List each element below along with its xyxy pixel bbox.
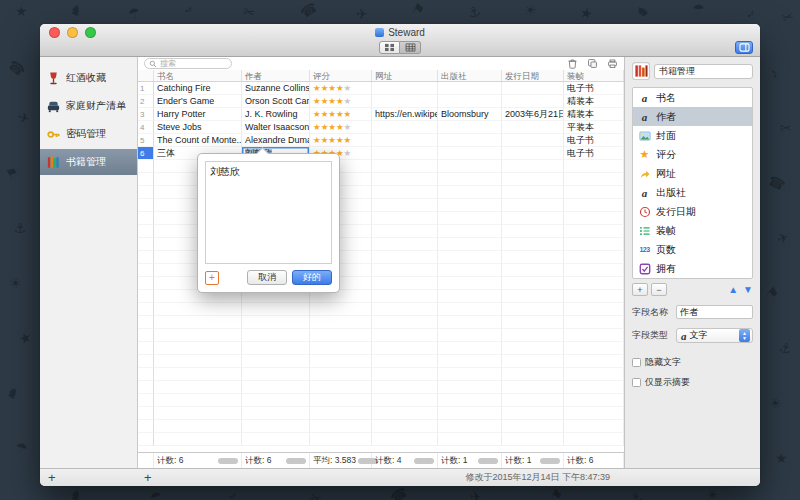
row-number[interactable]: 3 bbox=[138, 108, 154, 121]
field-item[interactable]: a书名 bbox=[633, 88, 752, 107]
collection-name-input[interactable]: 书籍管理 bbox=[654, 64, 753, 79]
cell-publisher[interactable] bbox=[438, 82, 502, 95]
zoom-button[interactable] bbox=[85, 27, 96, 38]
field-item[interactable]: 123页数 bbox=[633, 240, 752, 259]
move-field-up-button[interactable]: ▲ bbox=[728, 284, 738, 296]
column-header[interactable]: 发行日期 bbox=[502, 70, 564, 81]
column-summary[interactable]: 计数: 1 bbox=[438, 453, 502, 468]
cell-edit-textarea[interactable]: 刘慈欣 bbox=[205, 161, 332, 264]
column-summary[interactable]: 平均: 3.583 bbox=[310, 453, 372, 468]
cell-rating[interactable]: ★★★★★ bbox=[310, 82, 372, 95]
cell-author[interactable]: Alexandre Dumas, Au... bbox=[242, 134, 310, 147]
print-button[interactable] bbox=[607, 58, 618, 69]
table-view-button[interactable] bbox=[400, 41, 421, 54]
column-header[interactable]: 书名 bbox=[154, 70, 242, 81]
sidebar-item-sofa[interactable]: 家庭财产清单 bbox=[40, 93, 137, 119]
edit-fields-button[interactable] bbox=[735, 41, 753, 54]
field-name-input[interactable]: 作者 bbox=[676, 305, 753, 319]
cell-rating[interactable]: ★★★★★ bbox=[310, 134, 372, 147]
cell-publisher[interactable]: Bloomsbury bbox=[438, 108, 502, 121]
field-item[interactable]: a作者 bbox=[633, 107, 752, 126]
field-item[interactable]: ★评分 bbox=[633, 145, 752, 164]
column-summary[interactable]: 计数: 6 bbox=[564, 453, 624, 468]
row-number[interactable]: 2 bbox=[138, 95, 154, 108]
column-header[interactable]: 评分 bbox=[310, 70, 372, 81]
remove-field-button[interactable]: − bbox=[651, 283, 667, 296]
cell-title[interactable]: Catching Fire bbox=[154, 82, 242, 95]
row-number[interactable]: 6 bbox=[138, 147, 154, 160]
cell-title[interactable]: Ender's Game bbox=[154, 95, 242, 108]
row-number[interactable]: 5 bbox=[138, 134, 154, 147]
cell-binding[interactable]: 电子书 bbox=[564, 147, 624, 160]
column-header[interactable]: 出版社 bbox=[438, 70, 502, 81]
summary-scroller[interactable] bbox=[540, 458, 560, 464]
column-header[interactable]: 作者 bbox=[242, 70, 310, 81]
cell-rating[interactable]: ★★★★★ bbox=[310, 121, 372, 134]
cell-url[interactable] bbox=[372, 82, 438, 95]
gallery-view-button[interactable] bbox=[379, 41, 400, 54]
field-item[interactable]: 网址 bbox=[633, 164, 752, 183]
summary-only-checkbox[interactable] bbox=[632, 378, 641, 387]
add-record-button[interactable]: + bbox=[144, 469, 152, 486]
cell-url[interactable] bbox=[372, 147, 438, 160]
field-item[interactable]: 封面 bbox=[633, 126, 752, 145]
cell-title[interactable]: Harry Potter bbox=[154, 108, 242, 121]
hide-text-checkbox[interactable] bbox=[632, 358, 641, 367]
sidebar-item-wine-glass[interactable]: 红酒收藏 bbox=[40, 65, 137, 91]
cell-title[interactable]: The Count of Monte... bbox=[154, 134, 242, 147]
search-field[interactable]: 搜索 bbox=[144, 58, 232, 69]
ok-button[interactable]: 好的 bbox=[292, 270, 332, 285]
field-type-select[interactable]: a 文字 ▲▼ bbox=[676, 328, 753, 343]
add-collection-button[interactable]: + bbox=[48, 469, 56, 486]
cell-binding[interactable]: 精装本 bbox=[564, 108, 624, 121]
cell-author[interactable]: Orson Scott Card bbox=[242, 95, 310, 108]
column-summary[interactable]: 计数: 6 bbox=[242, 453, 310, 468]
row-number[interactable]: 1 bbox=[138, 82, 154, 95]
add-field-button[interactable]: + bbox=[632, 283, 648, 296]
cell-author[interactable]: Suzanne Collins bbox=[242, 82, 310, 95]
titlebar[interactable]: Steward bbox=[40, 24, 760, 41]
cell-rating[interactable]: ★★★★★ bbox=[310, 95, 372, 108]
column-summary[interactable]: 计数: 6 bbox=[154, 453, 242, 468]
cell-binding[interactable]: 电子书 bbox=[564, 82, 624, 95]
summary-scroller[interactable] bbox=[218, 458, 238, 464]
column-summary[interactable]: 计数: 4 bbox=[372, 453, 438, 468]
summary-scroller[interactable] bbox=[286, 458, 306, 464]
cell-author[interactable]: J. K. Rowling bbox=[242, 108, 310, 121]
row-number[interactable]: 4 bbox=[138, 121, 154, 134]
cell-url[interactable] bbox=[372, 95, 438, 108]
column-summary[interactable]: 计数: 1 bbox=[502, 453, 564, 468]
field-item[interactable]: 拥有 bbox=[633, 259, 752, 278]
cell-date[interactable] bbox=[502, 147, 564, 160]
duplicate-record-button[interactable] bbox=[587, 58, 598, 69]
field-item[interactable]: 发行日期 bbox=[633, 202, 752, 221]
cancel-button[interactable]: 取消 bbox=[247, 270, 287, 285]
summary-scroller[interactable] bbox=[414, 458, 434, 464]
column-header[interactable]: 网址 bbox=[372, 70, 438, 81]
close-button[interactable] bbox=[49, 27, 60, 38]
cell-binding[interactable]: 电子书 bbox=[564, 134, 624, 147]
cell-url[interactable] bbox=[372, 134, 438, 147]
cell-author[interactable]: Walter Isaacson bbox=[242, 121, 310, 134]
cell-title[interactable]: Steve Jobs bbox=[154, 121, 242, 134]
cell-binding[interactable]: 精装本 bbox=[564, 95, 624, 108]
cell-date[interactable] bbox=[502, 134, 564, 147]
cell-date[interactable] bbox=[502, 121, 564, 134]
minimize-button[interactable] bbox=[67, 27, 78, 38]
cell-date[interactable] bbox=[502, 95, 564, 108]
cell-publisher[interactable] bbox=[438, 134, 502, 147]
cell-publisher[interactable] bbox=[438, 95, 502, 108]
summary-scroller[interactable] bbox=[478, 458, 498, 464]
field-item[interactable]: 装帧 bbox=[633, 221, 752, 240]
delete-record-button[interactable] bbox=[567, 58, 578, 69]
cell-url[interactable]: https://en.wikipedia.... bbox=[372, 108, 438, 121]
cell-date[interactable] bbox=[502, 82, 564, 95]
cell-date[interactable]: 2003年6月21日 bbox=[502, 108, 564, 121]
move-field-down-button[interactable]: ▼ bbox=[743, 284, 753, 296]
sidebar-item-key[interactable]: 密码管理 bbox=[40, 121, 137, 147]
cell-binding[interactable]: 平装本 bbox=[564, 121, 624, 134]
column-header[interactable]: 装帧 bbox=[564, 70, 624, 81]
cell-publisher[interactable] bbox=[438, 121, 502, 134]
add-line-button[interactable]: + bbox=[205, 271, 219, 285]
cell-publisher[interactable] bbox=[438, 147, 502, 160]
